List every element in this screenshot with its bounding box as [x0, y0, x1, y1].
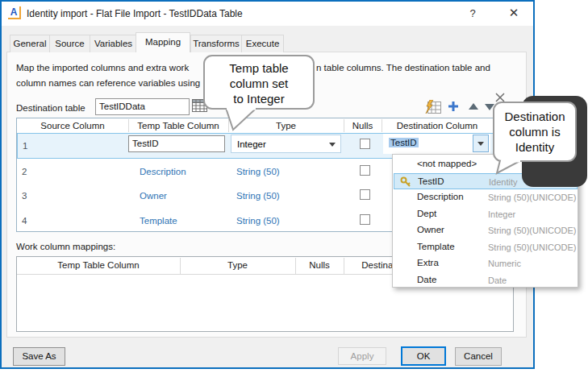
- dropdown-item-label: Template: [417, 242, 455, 251]
- nulls-checkbox-1[interactable]: [360, 139, 370, 149]
- type-combobox-value: Integer: [237, 139, 266, 149]
- help-button[interactable]: ?: [464, 6, 482, 22]
- callout-text: column is: [494, 124, 575, 139]
- dropdown-item-date[interactable]: Date Date: [394, 272, 578, 288]
- nulls-checkbox-4[interactable]: [360, 214, 370, 225]
- dropdown-item-label: Owner: [417, 225, 444, 234]
- description-line1-left: Map the imported columns and extra work: [16, 63, 189, 73]
- apply-button[interactable]: Apply: [338, 347, 386, 365]
- key-icon: [400, 176, 411, 188]
- type-combobox[interactable]: Integer: [231, 135, 341, 153]
- callout-tail-icon: [223, 108, 260, 132]
- row-number: 4: [22, 216, 27, 226]
- description-line1-right: n table columns. The destination table a…: [316, 63, 490, 73]
- dropdown-item-owner[interactable]: Owner String (50)(UNICODE): [394, 222, 578, 238]
- type-value[interactable]: String (50): [236, 191, 280, 201]
- tab-mapping[interactable]: Mapping: [136, 32, 190, 52]
- destination-combobox[interactable]: TestID: [383, 134, 490, 154]
- callout-text: Temp table: [205, 60, 313, 76]
- dropdown-item-type: String (50)(UNICODE): [488, 242, 576, 252]
- nulls-checkbox-3[interactable]: [360, 189, 370, 200]
- work-col-header-temp[interactable]: Temp Table Column: [17, 260, 180, 270]
- temp-column-value[interactable]: Owner: [140, 191, 167, 201]
- window-title: Identity import - Flat File Import - Tes…: [27, 8, 243, 19]
- add-icon[interactable]: [448, 101, 459, 112]
- work-col-header-nulls[interactable]: Nulls: [295, 260, 344, 270]
- save-as-button[interactable]: Save As: [13, 347, 65, 366]
- dropdown-item-type: String (50)(UNICODE): [488, 226, 576, 235]
- dropdown-item-label: Dept: [417, 209, 436, 218]
- dropdown-item-label: Description: [417, 192, 464, 201]
- col-header-source[interactable]: Source Column: [17, 121, 128, 131]
- type-value[interactable]: String (50): [236, 216, 280, 226]
- temp-column-value[interactable]: Template: [140, 216, 177, 226]
- work-mappings-label: Work column mappings:: [16, 242, 115, 251]
- dropdown-item-dept[interactable]: Dept Integer: [394, 206, 578, 222]
- callout-text: column set: [205, 76, 313, 91]
- dropdown-item-description[interactable]: Description String (50)(UNICODE): [394, 189, 578, 205]
- callout-text: Identity: [494, 139, 575, 155]
- dropdown-item-label: TestID: [418, 176, 444, 186]
- dropdown-item-template[interactable]: Template String (50)(UNICODE): [394, 239, 578, 255]
- tab-execute[interactable]: Execute: [241, 35, 284, 52]
- tab-general[interactable]: General: [10, 35, 50, 52]
- destination-table-input[interactable]: TestIDData: [95, 98, 190, 115]
- callout-text: to Integer: [205, 91, 313, 106]
- cancel-button[interactable]: Cancel: [455, 347, 502, 366]
- chevron-down-icon: [329, 143, 336, 147]
- temp-column-value[interactable]: Description: [140, 167, 186, 176]
- row-number: 2: [22, 167, 27, 176]
- temp-column-input[interactable]: TestID: [128, 135, 225, 152]
- callout-text: Destination: [494, 109, 575, 124]
- dropdown-item-type: Numeric: [488, 259, 521, 268]
- callout-tail-icon: [494, 160, 526, 176]
- description-line2: column names can reference variables usi…: [16, 78, 200, 88]
- dropdown-item-extra[interactable]: Extra Numeric: [394, 255, 578, 271]
- type-value[interactable]: String (50): [236, 167, 280, 176]
- tab-transforms[interactable]: Transforms: [190, 35, 242, 52]
- dropdown-item-type: Integer: [488, 209, 515, 219]
- dropdown-item-type: Date: [488, 276, 507, 285]
- col-header-destination[interactable]: Destination Column: [382, 121, 493, 131]
- app-icon: A: [8, 6, 21, 19]
- destination-combobox-value: TestID: [389, 138, 419, 147]
- auto-map-icon[interactable]: [424, 100, 441, 114]
- callout-destination: Destination column is Identity: [493, 102, 577, 162]
- move-up-icon[interactable]: [469, 103, 478, 110]
- col-header-temp[interactable]: Temp Table Column: [128, 121, 228, 131]
- chevron-down-icon: [477, 142, 484, 146]
- col-header-nulls[interactable]: Nulls: [344, 121, 382, 131]
- row-number: 3: [22, 191, 27, 201]
- dropdown-item-label: Extra: [417, 258, 439, 267]
- ok-button[interactable]: OK: [401, 346, 446, 366]
- dropdown-item-label: <not mapped>: [417, 159, 477, 168]
- dropdown-item-type: String (50)(UNICODE): [488, 193, 576, 202]
- tab-source[interactable]: Source: [49, 35, 90, 52]
- row-number: 1: [23, 141, 27, 151]
- callout-temp-table: Temp table column set to Integer: [203, 55, 315, 110]
- destination-combo-button[interactable]: [473, 135, 489, 152]
- dropdown-item-type: Identity: [489, 177, 517, 187]
- destination-table-label: Destination table: [16, 103, 85, 113]
- tab-variables[interactable]: Variables: [90, 35, 137, 52]
- dropdown-item-label: Date: [417, 275, 436, 284]
- work-col-header-type[interactable]: Type: [180, 260, 295, 270]
- close-button[interactable]: ✕: [505, 5, 523, 21]
- nulls-checkbox-2[interactable]: [360, 165, 370, 176]
